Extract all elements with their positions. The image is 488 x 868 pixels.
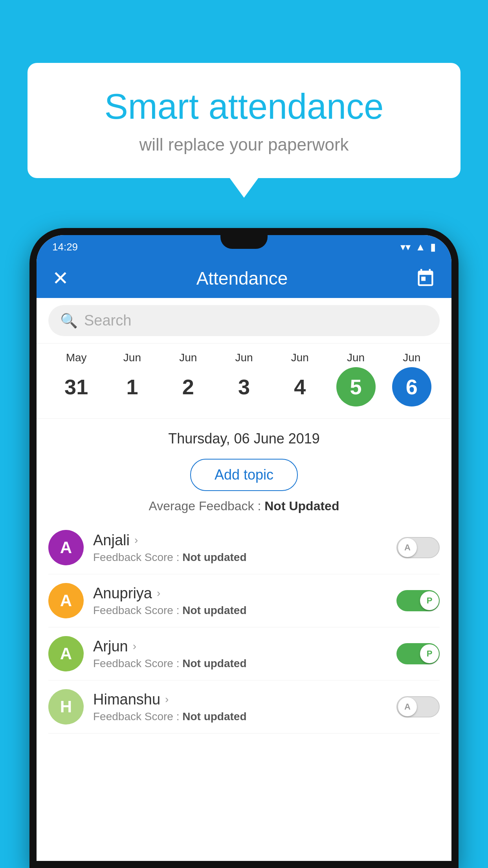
toggle-himanshu[interactable]: A: [396, 696, 440, 717]
toggle-arjun[interactable]: P: [396, 643, 440, 664]
student-name-anupriya: Anupriya ›: [93, 585, 387, 602]
student-feedback-arjun: Feedback Score : Not updated: [93, 657, 387, 670]
toggle-knob-anjali: A: [398, 538, 417, 557]
cal-date-2[interactable]: 2: [169, 367, 208, 406]
student-info-anupriya: Anupriya › Feedback Score : Not updated: [93, 585, 387, 617]
student-item-arjun[interactable]: A Arjun › Feedback Score : Not updated P: [48, 627, 440, 680]
cal-item-2[interactable]: Jun 2: [165, 351, 212, 406]
avatar-arjun: A: [48, 636, 84, 671]
add-topic-container: Add topic: [37, 455, 451, 499]
speech-bubble: Smart attendance will replace your paper…: [28, 63, 460, 178]
phone-screen: 14:29 ▾▾ ▲ ▮ ✕ Attendance 🔍 Search: [37, 235, 451, 861]
search-bar[interactable]: 🔍 Search: [48, 305, 440, 336]
toggle-switch-arjun[interactable]: P: [396, 643, 440, 664]
cal-item-4[interactable]: Jun 4: [276, 351, 323, 406]
phone-notch: [220, 235, 268, 249]
cal-month-6: Jun: [403, 351, 420, 364]
chevron-arjun: ›: [133, 640, 136, 653]
student-feedback-himanshu: Feedback Score : Not updated: [93, 710, 387, 723]
student-list: A Anjali › Feedback Score : Not updated …: [37, 521, 451, 734]
toggle-switch-himanshu[interactable]: A: [396, 696, 440, 717]
student-feedback-anupriya: Feedback Score : Not updated: [93, 604, 387, 617]
cal-date-3[interactable]: 3: [224, 367, 264, 406]
avatar-himanshu: H: [48, 689, 84, 725]
student-feedback-anjali: Feedback Score : Not updated: [93, 551, 387, 564]
speech-bubble-container: Smart attendance will replace your paper…: [28, 63, 460, 178]
cal-month-5: Jun: [347, 351, 365, 364]
chevron-himanshu: ›: [165, 693, 169, 706]
cal-item-5[interactable]: Jun 5: [332, 351, 380, 406]
student-name-himanshu: Himanshu ›: [93, 691, 387, 708]
chevron-anjali: ›: [134, 534, 138, 546]
toggle-switch-anupriya[interactable]: P: [396, 590, 440, 611]
wifi-icon: ▾▾: [400, 241, 411, 253]
cal-date-1[interactable]: 1: [112, 367, 152, 406]
cal-month-2: Jun: [179, 351, 197, 364]
header-title: Attendance: [196, 268, 288, 289]
app-header: ✕ Attendance: [37, 259, 451, 298]
cal-item-1[interactable]: Jun 1: [108, 351, 156, 406]
toggle-knob-anupriya: P: [420, 591, 439, 610]
chevron-anupriya: ›: [157, 587, 160, 600]
toggle-switch-anjali[interactable]: A: [396, 537, 440, 558]
bubble-title: Smart attendance: [59, 86, 429, 127]
student-item-anupriya[interactable]: A Anupriya › Feedback Score : Not update…: [48, 574, 440, 627]
toggle-knob-arjun: P: [420, 644, 439, 663]
signal-icon: ▲: [415, 241, 426, 253]
phone-frame: 14:29 ▾▾ ▲ ▮ ✕ Attendance 🔍 Search: [29, 228, 459, 868]
cal-item-0[interactable]: May 31: [53, 351, 100, 406]
calendar-icon[interactable]: [415, 268, 436, 289]
status-icons: ▾▾ ▲ ▮: [400, 241, 436, 253]
status-time: 14:29: [52, 241, 78, 253]
avatar-anupriya: A: [48, 583, 84, 618]
toggle-anupriya[interactable]: P: [396, 590, 440, 611]
cal-item-3[interactable]: Jun 3: [220, 351, 268, 406]
cal-date-5[interactable]: 5: [336, 367, 376, 406]
toggle-knob-himanshu: A: [398, 697, 417, 716]
add-topic-button[interactable]: Add topic: [190, 459, 298, 491]
student-item-himanshu[interactable]: H Himanshu › Feedback Score : Not update…: [48, 680, 440, 734]
search-icon: 🔍: [60, 313, 78, 329]
close-button[interactable]: ✕: [52, 267, 69, 290]
average-feedback: Average Feedback : Not Updated: [37, 499, 451, 521]
calendar-strip: May 31 Jun 1 Jun 2 Jun 3 Jun 4: [37, 344, 451, 419]
cal-date-6[interactable]: 6: [392, 367, 431, 406]
cal-month-0: May: [66, 351, 87, 364]
search-container: 🔍 Search: [37, 298, 451, 344]
student-item-anjali[interactable]: A Anjali › Feedback Score : Not updated …: [48, 521, 440, 574]
student-name-arjun: Arjun ›: [93, 638, 387, 655]
search-input[interactable]: Search: [84, 312, 131, 329]
battery-icon: ▮: [430, 241, 436, 253]
cal-month-3: Jun: [235, 351, 253, 364]
avg-feedback-label: Average Feedback :: [149, 499, 265, 513]
bubble-subtitle: will replace your paperwork: [59, 135, 429, 154]
student-info-himanshu: Himanshu › Feedback Score : Not updated: [93, 691, 387, 723]
cal-month-4: Jun: [291, 351, 309, 364]
cal-item-6[interactable]: Jun 6: [388, 351, 435, 406]
avatar-anjali: A: [48, 530, 84, 565]
student-name-anjali: Anjali ›: [93, 532, 387, 549]
avg-feedback-value: Not Updated: [264, 499, 339, 513]
toggle-anjali[interactable]: A: [396, 537, 440, 558]
student-info-anjali: Anjali › Feedback Score : Not updated: [93, 532, 387, 564]
cal-date-4[interactable]: 4: [280, 367, 319, 406]
cal-month-1: Jun: [123, 351, 141, 364]
selected-date: Thursday, 06 June 2019: [37, 419, 451, 455]
month-row: May 31 Jun 1 Jun 2 Jun 3 Jun 4: [48, 351, 440, 406]
student-info-arjun: Arjun › Feedback Score : Not updated: [93, 638, 387, 670]
cal-date-0[interactable]: 31: [57, 367, 96, 406]
